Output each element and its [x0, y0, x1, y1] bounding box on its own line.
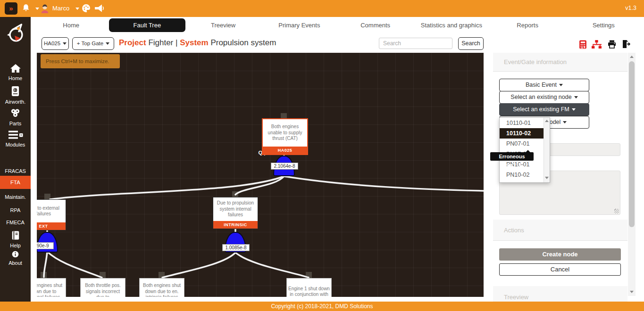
sidebar-item-label: FTA: [10, 180, 20, 185]
sidebar-nav: Home Airworth. Parts Modules FRACAS FTA …: [0, 17, 31, 302]
theme-palette-icon[interactable]: [81, 3, 91, 15]
probability-value: 1.0085e-8: [222, 244, 250, 251]
search-input[interactable]: [379, 38, 452, 49]
section-title: Event/Gate information: [493, 53, 627, 71]
sidebar-item-maintain[interactable]: Maintain.: [0, 193, 31, 200]
section-event-gate-information: Event/Gate information: [493, 53, 627, 72]
sidebar-item-label: About: [0, 260, 31, 266]
fm-option-selected[interactable]: 10110-02: [500, 128, 544, 139]
project-label: Project: [119, 38, 146, 47]
tree-node-leaf[interactable]: Both engines shut down due to en. intrin…: [139, 278, 184, 297]
event-type-dropdown[interactable]: Basic Event: [499, 79, 589, 91]
sidebar-item-airworthiness[interactable]: Airworth.: [0, 86, 31, 105]
sidebar-item-rpa[interactable]: RPA: [0, 206, 31, 213]
module-tabs: Home Fault Tree Treeview Primary Events …: [33, 18, 642, 32]
tree-node-leaf[interactable]: Engine 1 shut down in conjunction with: [286, 278, 332, 297]
tab-home[interactable]: Home: [33, 18, 109, 32]
notifications-bell-icon[interactable]: [22, 3, 30, 15]
node-title: Both engines unable to supply thrust (CA…: [263, 119, 307, 147]
tab-primary-events[interactable]: Primary Events: [261, 18, 337, 32]
sidebar-item-parts[interactable]: Parts: [0, 108, 31, 126]
system-label: System: [180, 38, 208, 47]
scrollbar-thumb[interactable]: [629, 61, 635, 227]
dropdown-label: Select an existing FM: [513, 106, 569, 113]
tab-comments[interactable]: Comments: [337, 18, 413, 32]
tree-node-ext[interactable]: Due to external failures EXT: [37, 199, 66, 230]
node-title: Both throttle pos. signals incorrect due…: [81, 278, 125, 297]
sidebar-item-home[interactable]: Home: [0, 64, 31, 81]
scroll-down-icon[interactable]: [545, 177, 549, 179]
cancel-button[interactable]: Cancel: [499, 263, 621, 276]
tab-fault-tree[interactable]: Fault Tree: [109, 18, 185, 32]
fault-tree-canvas[interactable]: Press Ctrl+M to maximize.: [37, 53, 484, 297]
app-logo-bird[interactable]: [6, 22, 26, 47]
tab-reports[interactable]: Reports: [490, 18, 566, 32]
node-title: Engine 1 shut down in conjunction with: [287, 278, 331, 297]
user-dropdown-caret[interactable]: [75, 8, 79, 10]
footer-copyright: Copyright (c) 2018-2021, DMD Solutions: [0, 302, 644, 311]
tab-statistics-and-graphics[interactable]: Statistics and graphics: [413, 18, 489, 32]
project-name: Fighter: [148, 38, 173, 47]
user-name[interactable]: Marco: [52, 5, 69, 12]
tree-select-dropdown[interactable]: HA025: [42, 37, 69, 50]
existing-node-dropdown[interactable]: Select an existing node: [499, 91, 589, 104]
sidebar-item-label: Home: [0, 75, 31, 81]
tree-layout-icon[interactable]: [592, 40, 602, 51]
fm-option[interactable]: 10110-01: [500, 118, 544, 128]
sidebar-item-label: Help: [0, 243, 31, 248]
bell-dropdown-caret[interactable]: [35, 8, 39, 10]
home-icon: [10, 68, 21, 74]
tree-node-top-event[interactable]: Both engines unable to supply thrust (CA…: [262, 118, 308, 155]
create-node-button[interactable]: Create node: [499, 248, 621, 261]
sidebar-item-modules[interactable]: Modules: [0, 130, 31, 147]
node-title: Due to propulsion system internal failur…: [213, 197, 258, 221]
search-button[interactable]: Search: [458, 37, 484, 50]
scroll-up-icon[interactable]: [630, 56, 634, 58]
probability-value: 690e-9: [37, 242, 54, 249]
top-gate-label: + Top Gate: [77, 41, 103, 46]
sidebar-item-help[interactable]: Help: [0, 230, 31, 248]
user-avatar[interactable]: [40, 3, 50, 16]
node-tag: EXT: [37, 222, 66, 230]
export-icon[interactable]: [621, 40, 630, 50]
chevron-down-icon: [563, 121, 567, 123]
info-icon: [12, 253, 19, 259]
node-title: Both engines shut down due to external f…: [37, 278, 66, 297]
scroll-up-icon[interactable]: [545, 120, 549, 122]
chevron-down-icon: [572, 108, 576, 111]
print-icon[interactable]: [608, 40, 616, 50]
sidebar-item-fmeca[interactable]: FMECA: [0, 218, 31, 225]
fm-option[interactable]: PN07-01: [500, 139, 544, 149]
modules-menu-icon: [8, 135, 23, 140]
textarea-resize-handle[interactable]: [614, 209, 619, 213]
calculate-icon[interactable]: [579, 40, 587, 51]
top-gate-dropdown[interactable]: + Top Gate: [72, 37, 114, 50]
list-scrollbar[interactable]: [544, 118, 550, 182]
tab-treeview[interactable]: Treeview: [185, 18, 261, 32]
node-tag: HA025: [263, 147, 307, 154]
sidebar-item-fracas[interactable]: FRACAS: [0, 167, 31, 174]
top-bar: » Marco v1.3: [0, 0, 644, 17]
tree-node-leaf[interactable]: Both engines shut down due to external f…: [37, 278, 66, 297]
chevron-down-icon: [574, 96, 578, 98]
tree-node-leaf[interactable]: Both throttle pos. signals incorrect due…: [80, 278, 125, 297]
tooltip-text: Erroneous Item1_1: [499, 154, 525, 168]
sidebar-toggle-button[interactable]: »: [5, 2, 17, 15]
existing-fm-dropdown[interactable]: Select an existing FM: [499, 103, 589, 116]
fm-option[interactable]: PN10-02: [500, 170, 544, 180]
erroneous-item-tooltip: Erroneous Item1_1: [490, 152, 534, 161]
scroll-down-icon[interactable]: [630, 291, 634, 293]
app-version: v1.3: [625, 5, 636, 11]
section-title: Actions: [493, 220, 627, 241]
passport-icon: [11, 92, 20, 98]
node-tag: INTRINSIC: [213, 221, 258, 229]
sidebar-item-fta-active[interactable]: FTA: [0, 176, 31, 189]
section-treeview: Treeview: [493, 286, 627, 302]
fta-application: » Marco v1.3 Home: [0, 0, 644, 311]
tab-settings[interactable]: Settings: [566, 18, 642, 32]
sidebar-item-about[interactable]: About: [0, 251, 31, 266]
panel-scrollbar[interactable]: [628, 53, 636, 296]
tree-node-intrinsic[interactable]: Due to propulsion system internal failur…: [213, 197, 258, 229]
announcements-megaphone-icon[interactable]: [94, 4, 105, 15]
chevron-down-icon: [63, 42, 67, 45]
